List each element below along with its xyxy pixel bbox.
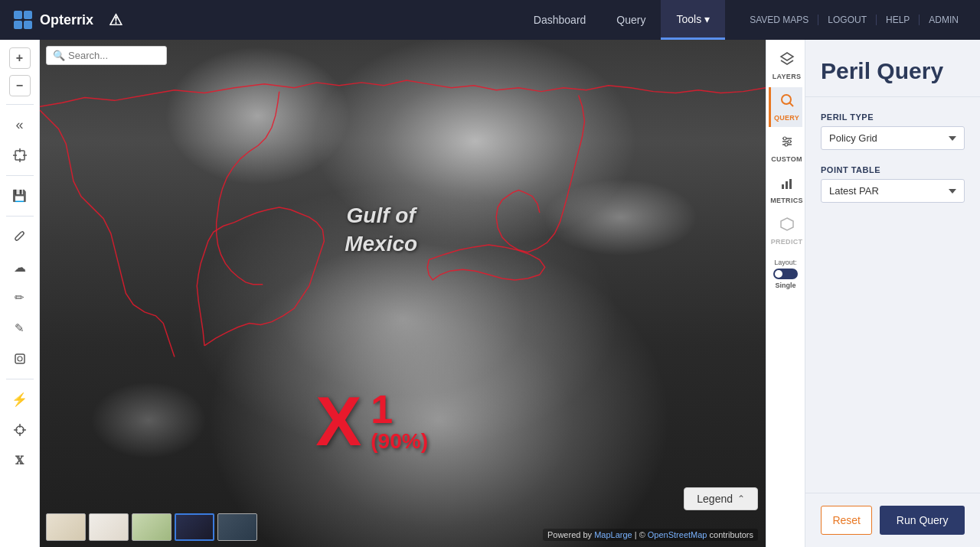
edit-button[interactable]: ✎ — [6, 314, 34, 342]
left-toolbar: + − « 💾 ☁ ✏ ✎ ⚡ 𝕏 — [0, 40, 40, 547]
nav-tools[interactable]: Tools ▾ — [661, 0, 725, 40]
predict-icon — [779, 217, 795, 236]
svg-rect-26 — [786, 181, 788, 189]
legend-label: Legend — [697, 493, 733, 505]
peril-type-group: PERIL TYPE Policy Grid Wind Flood Earthq… — [821, 112, 965, 150]
svg-point-23 — [788, 140, 791, 143]
pan-arrows-button[interactable]: « — [6, 111, 34, 138]
saved-maps-link[interactable]: SAVED MAPS — [740, 15, 818, 25]
legend-chevron-icon: ⌃ — [737, 493, 745, 504]
lightning-button[interactable]: ⚡ — [6, 386, 34, 413]
svg-marker-16 — [781, 53, 793, 60]
peril-type-select[interactable]: Policy Grid Wind Flood Earthquake Hail — [821, 126, 965, 150]
svg-line-18 — [789, 103, 793, 107]
toolbar-divider-4 — [6, 379, 34, 379]
reset-button[interactable]: Reset — [821, 506, 872, 535]
nav-query[interactable]: Query — [601, 0, 661, 40]
app-name: Opterrix — [40, 12, 93, 28]
crosshair-button[interactable] — [6, 416, 34, 444]
pencil-button[interactable]: ✏ — [6, 284, 34, 311]
layout-value: Single — [775, 282, 795, 289]
sidebar-layers-button[interactable]: LAYERS — [769, 46, 802, 86]
custom-label: CUSTOM — [771, 155, 802, 163]
svg-rect-27 — [789, 179, 792, 189]
cloud-button[interactable]: ☁ — [6, 253, 34, 281]
svg-point-22 — [783, 137, 786, 140]
logo-icon — [12, 9, 34, 31]
query-label: QUERY — [774, 114, 799, 122]
svg-point-24 — [785, 143, 788, 146]
main-content: + − « 💾 ☁ ✏ ✎ ⚡ 𝕏 — [0, 40, 980, 547]
panel-body: PERIL TYPE Policy Grid Wind Flood Earthq… — [805, 97, 980, 493]
zoom-in-button[interactable]: + — [9, 47, 31, 69]
peril-type-label: PERIL TYPE — [821, 112, 965, 122]
panel-footer: Reset Run Query — [805, 493, 980, 547]
twitter-button[interactable]: 𝕏 — [6, 447, 34, 474]
zoom-out-button[interactable]: − — [9, 75, 31, 96]
svg-rect-9 — [15, 354, 24, 363]
svg-rect-2 — [14, 21, 22, 29]
custom-icon — [779, 134, 795, 153]
thumbnail-topo[interactable] — [132, 513, 172, 541]
openstreetmap-link[interactable]: OpenStreetMap — [648, 530, 707, 539]
locate-button[interactable] — [6, 142, 34, 169]
svg-rect-1 — [24, 11, 32, 19]
search-icon: 🔍 — [53, 50, 65, 61]
point-table-label: POINT TABLE — [821, 165, 965, 174]
panel-title: Peril Query — [805, 40, 980, 97]
svg-rect-25 — [782, 184, 784, 189]
svg-marker-28 — [781, 218, 793, 230]
svg-rect-3 — [24, 21, 32, 29]
logout-link[interactable]: LOGOUT — [818, 15, 877, 25]
map-attribution: Powered by MapLarge | © OpenStreetMap co… — [543, 529, 758, 541]
wrench-button[interactable] — [6, 223, 34, 250]
point-table-select[interactable]: Latest PAR Historical PAR Custom — [821, 179, 965, 203]
map-search-bar: 🔍 — [46, 46, 167, 65]
query-search-icon — [779, 93, 795, 112]
sidebar-query-button[interactable]: QUERY — [769, 87, 802, 127]
toolbar-divider-3 — [6, 216, 34, 217]
nav-dashboard[interactable]: Dashboard — [518, 0, 602, 40]
layout-toggle-area: Layout: Single — [773, 259, 798, 289]
right-section: LAYERS QUERY CUSTOM METRICS — [766, 40, 980, 547]
stamp-button[interactable] — [6, 345, 34, 373]
top-navigation: Opterrix ⚠ Dashboard Query Tools ▾ SAVED… — [0, 0, 980, 40]
layers-icon — [779, 51, 795, 70]
map-area[interactable]: 🔍 Gulf ofMexico X 1 (90%) Legend ⌃ — [40, 40, 766, 547]
legend-bar[interactable]: Legend ⌃ — [684, 487, 758, 510]
sidebar-custom-button[interactable]: CUSTOM — [769, 129, 802, 168]
svg-point-10 — [18, 357, 22, 361]
predict-label: PREDICT — [771, 238, 803, 246]
app-logo: Opterrix ⚠ — [12, 9, 122, 31]
tools-chevron-icon: ▾ — [704, 13, 710, 25]
svg-point-17 — [782, 95, 791, 104]
save-button[interactable]: 💾 — [6, 182, 34, 210]
main-nav: Dashboard Query Tools ▾ — [518, 0, 725, 40]
topnav-right-links: SAVED MAPS LOGOUT HELP ADMIN — [740, 15, 968, 25]
map-thumbnails — [46, 513, 257, 541]
maplarge-link[interactable]: MapLarge — [594, 530, 632, 539]
sidebar-panel: Peril Query PERIL TYPE Policy Grid Wind … — [805, 40, 980, 547]
layers-label: LAYERS — [773, 73, 801, 80]
thumbnail-street[interactable] — [46, 513, 86, 541]
layout-toggle[interactable] — [773, 269, 798, 279]
thumbnail-light[interactable] — [89, 513, 129, 541]
sidebar-metrics-button[interactable]: METRICS — [769, 170, 802, 210]
toolbar-divider-2 — [6, 175, 34, 176]
layout-label: Layout: — [774, 259, 797, 266]
admin-link[interactable]: ADMIN — [920, 15, 968, 25]
sidebar-tools: LAYERS QUERY CUSTOM METRICS — [766, 40, 805, 547]
metrics-icon — [779, 175, 795, 194]
map-search-input[interactable] — [68, 50, 160, 61]
sidebar-predict-button: PREDICT — [769, 211, 802, 251]
warning-icon: ⚠ — [109, 11, 122, 29]
point-table-group: POINT TABLE Latest PAR Historical PAR Cu… — [821, 165, 965, 203]
metrics-label: METRICS — [770, 197, 803, 204]
toolbar-divider-1 — [6, 104, 34, 105]
run-query-button[interactable]: Run Query — [880, 506, 965, 535]
svg-rect-0 — [14, 11, 22, 19]
thumbnail-dark-sat[interactable] — [175, 513, 214, 541]
thumbnail-aerial[interactable] — [217, 513, 257, 541]
help-link[interactable]: HELP — [877, 15, 920, 25]
